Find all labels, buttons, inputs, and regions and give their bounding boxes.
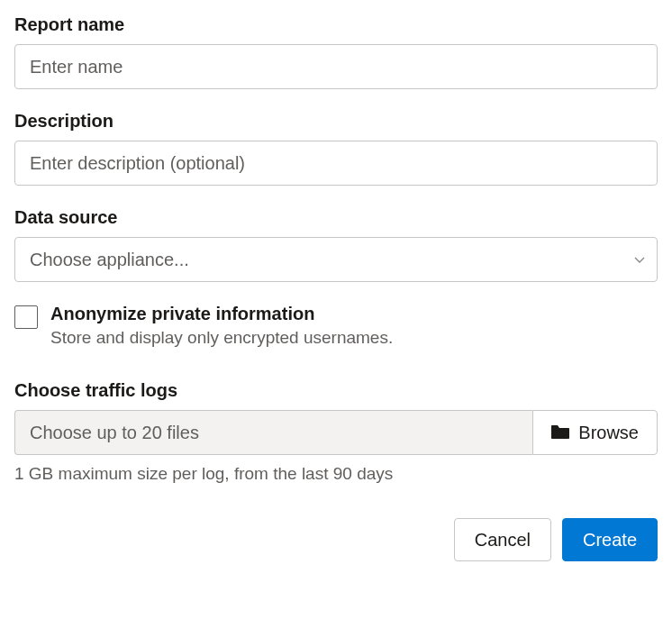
anonymize-label: Anonymize private information bbox=[50, 304, 393, 324]
description-input[interactable] bbox=[14, 141, 658, 186]
report-name-input[interactable] bbox=[14, 44, 658, 89]
folder-icon bbox=[551, 423, 569, 443]
browse-button-label: Browse bbox=[578, 423, 639, 443]
anonymize-checkbox[interactable] bbox=[14, 305, 38, 329]
description-label: Description bbox=[14, 111, 658, 132]
data-source-label: Data source bbox=[14, 207, 658, 228]
traffic-logs-display: Choose up to 20 files bbox=[14, 410, 532, 455]
report-name-label: Report name bbox=[14, 14, 658, 35]
browse-button[interactable]: Browse bbox=[532, 410, 658, 455]
data-source-select[interactable]: Choose appliance... bbox=[14, 237, 658, 282]
traffic-logs-label: Choose traffic logs bbox=[14, 380, 658, 401]
cancel-button[interactable]: Cancel bbox=[454, 518, 551, 561]
traffic-logs-hint: 1 GB maximum size per log, from the last… bbox=[14, 464, 658, 484]
anonymize-description: Store and display only encrypted usernam… bbox=[50, 328, 393, 348]
create-button[interactable]: Create bbox=[562, 518, 658, 561]
